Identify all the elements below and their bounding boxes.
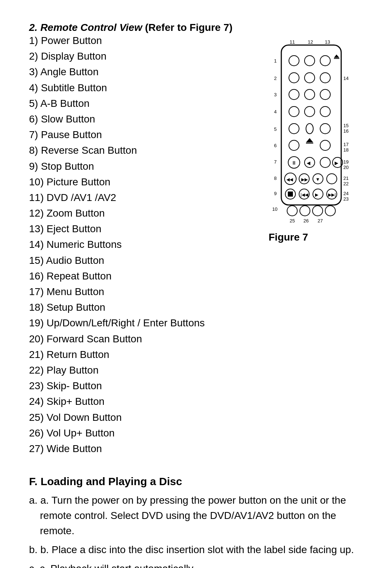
svg-text:26: 26 <box>303 218 309 223</box>
list-item: 1) Power Button <box>29 33 250 48</box>
list-item: 13) Eject Button <box>29 222 250 236</box>
svg-text:24: 24 <box>343 191 348 196</box>
svg-text:9: 9 <box>274 191 277 196</box>
list-item: 6) Slow Button <box>29 112 250 126</box>
list-item: 23) Skip- Button <box>29 379 250 393</box>
svg-point-59 <box>327 174 337 184</box>
svg-text:▼: ▼ <box>315 177 320 182</box>
svg-text:25: 25 <box>290 218 295 223</box>
list-item: 9) Stop Button <box>29 159 250 173</box>
svg-point-27 <box>320 56 330 66</box>
list-item: 3) Angle Button <box>29 65 250 79</box>
svg-point-26 <box>305 56 315 66</box>
svg-text:1: 1 <box>274 58 277 64</box>
svg-marker-43 <box>306 138 313 142</box>
svg-point-45 <box>320 140 330 150</box>
svg-point-30 <box>289 73 299 83</box>
loading-list: a. Turn the power on by pressing the pow… <box>29 493 363 568</box>
svg-point-68 <box>287 206 297 216</box>
svg-text:16: 16 <box>343 128 348 134</box>
list-item: 15) Audio Button <box>29 253 250 267</box>
list-item: 8) Reverse Scan Button <box>29 143 250 157</box>
svg-text:▶▶|: ▶▶| <box>328 192 336 197</box>
svg-text:27: 27 <box>318 218 323 223</box>
svg-text:⏸: ⏸ <box>291 160 297 166</box>
svg-point-42 <box>289 140 299 150</box>
loading-section: F. Loading and Playing a Disc a. Turn th… <box>29 475 363 568</box>
svg-text:21: 21 <box>343 176 348 181</box>
remote-control-svg: 11 12 13 1 2 3 4 5 6 7 8 9 10 14 15 16 1… <box>261 37 363 226</box>
svg-text:17: 17 <box>343 142 348 147</box>
svg-marker-28 <box>334 55 339 58</box>
svg-text:▶: ▶ <box>335 160 338 166</box>
section2-title: 2. Remote Control View (Refer to Figure … <box>29 22 363 33</box>
list-item: a. Turn the power on by pressing the pow… <box>29 493 363 539</box>
list-item: 21) Return Button <box>29 347 250 362</box>
svg-text:19: 19 <box>343 159 348 165</box>
list-item: c. Playback will start automatically. <box>29 561 363 568</box>
svg-point-35 <box>320 89 330 100</box>
list-item: 17) Menu Button <box>29 285 250 299</box>
svg-text:4: 4 <box>274 109 277 114</box>
svg-point-25 <box>289 56 299 66</box>
remote-figure: 11 12 13 1 2 3 4 5 6 7 8 9 10 14 15 16 1… <box>261 37 363 243</box>
svg-point-71 <box>325 206 335 216</box>
svg-text:▶▶: ▶▶ <box>301 177 308 182</box>
svg-text:▶: ▶ <box>315 192 319 197</box>
list-item: 5) A-B Button <box>29 96 250 110</box>
svg-text:20: 20 <box>343 165 348 170</box>
svg-text:◀: ◀ <box>307 160 310 166</box>
svg-rect-61 <box>288 192 293 197</box>
svg-text:7: 7 <box>274 159 277 165</box>
list-item: 27) Wide Button <box>29 442 250 456</box>
svg-text:8: 8 <box>274 176 277 181</box>
list-item: 18) Setup Button <box>29 300 250 314</box>
content-wrapper: 1) Power Button2) Display Button3) Angle… <box>29 33 363 457</box>
svg-text:|◀◀: |◀◀ <box>301 192 309 197</box>
svg-text:12: 12 <box>308 39 313 45</box>
svg-point-38 <box>320 106 330 117</box>
svg-text:2: 2 <box>274 76 277 81</box>
list-item: 4) Subtitle Button <box>29 81 250 95</box>
list-item: 12) Zoom Button <box>29 206 250 220</box>
svg-point-50 <box>320 157 330 168</box>
svg-point-70 <box>313 206 323 216</box>
svg-point-69 <box>300 206 310 216</box>
svg-text:15: 15 <box>343 123 348 128</box>
svg-text:13: 13 <box>325 39 330 45</box>
svg-point-37 <box>305 106 315 117</box>
list-item: 22) Play Button <box>29 363 250 377</box>
list-item: 20) Forward Scan Button <box>29 332 250 346</box>
svg-point-33 <box>289 89 299 100</box>
figure-label: Figure 7 <box>269 231 363 243</box>
list-item: b. Place a disc into the disc insertion … <box>29 542 363 557</box>
section2-title-text: 2. Remote Control View (Refer to Figure … <box>29 22 233 33</box>
list-item: 26) Vol Up+ Button <box>29 426 250 440</box>
list-item: 14) Numeric Buttons <box>29 237 250 251</box>
svg-text:11: 11 <box>290 39 295 45</box>
list-item: 19) Up/Down/Left/Right / Enter Buttons <box>29 316 250 330</box>
svg-text:22: 22 <box>343 181 348 186</box>
button-list: 1) Power Button2) Display Button3) Angle… <box>29 33 250 456</box>
list-item: 10) Picture Button <box>29 175 250 189</box>
svg-text:5: 5 <box>274 126 277 132</box>
svg-text:6: 6 <box>274 143 277 148</box>
list-item: 16) Repeat Button <box>29 269 250 283</box>
svg-point-32 <box>320 73 330 83</box>
svg-point-31 <box>305 73 315 83</box>
svg-point-36 <box>289 106 299 117</box>
svg-text:◀◀: ◀◀ <box>286 177 293 182</box>
svg-text:23: 23 <box>343 196 348 202</box>
svg-point-41 <box>320 124 330 134</box>
list-item: 7) Pause Button <box>29 128 250 142</box>
list-item: 11) DVD /AV1 /AV2 <box>29 190 250 205</box>
svg-text:18: 18 <box>343 147 348 153</box>
svg-text:10: 10 <box>272 206 277 212</box>
list-item: 24) Skip+ Button <box>29 394 250 408</box>
svg-point-39 <box>289 124 299 134</box>
loading-title: F. Loading and Playing a Disc <box>29 475 363 488</box>
svg-point-34 <box>305 89 315 100</box>
list-item: 2) Display Button <box>29 49 250 63</box>
list-item: 25) Vol Down Button <box>29 410 250 424</box>
button-list-section: 1) Power Button2) Display Button3) Angle… <box>29 33 250 457</box>
